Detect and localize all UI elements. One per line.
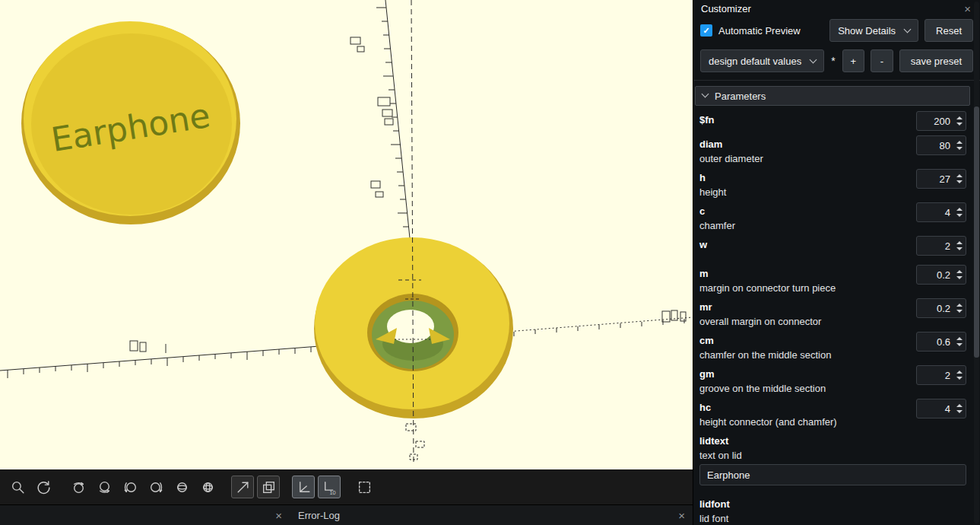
add-preset-button[interactable]: + xyxy=(842,49,865,72)
orthographic-button[interactable] xyxy=(257,476,280,498)
error-log-close-icon[interactable]: × xyxy=(678,510,685,521)
h-spinbox[interactable]: 27 xyxy=(916,169,966,189)
parameters-section-header[interactable]: Parameters xyxy=(695,86,970,106)
m-spinbox[interactable]: 0.2 xyxy=(916,265,966,285)
spin-up-icon[interactable] xyxy=(956,208,963,211)
details-select[interactable]: Show Details xyxy=(829,19,918,42)
reset-view-button[interactable] xyxy=(32,476,55,498)
spin-arrows[interactable] xyxy=(954,174,966,183)
scale-ten-label: 10 xyxy=(329,488,335,495)
spin-value: 4 xyxy=(917,403,954,415)
show-scale-markers-icon: 10 xyxy=(322,479,338,495)
spin-value: 4 xyxy=(917,207,954,218)
orbit-globe-button[interactable] xyxy=(196,476,219,498)
spin-up-icon[interactable] xyxy=(956,404,963,407)
spin-up-icon[interactable] xyxy=(956,337,963,340)
console-pane-header: × xyxy=(0,505,289,525)
show-crosshairs-button[interactable] xyxy=(353,476,376,498)
lid-model: Earphone xyxy=(21,21,240,224)
spin-up-icon[interactable] xyxy=(956,371,963,374)
param-name: c xyxy=(699,205,735,217)
spin-down-icon[interactable] xyxy=(956,377,963,380)
preset-select[interactable]: design default values xyxy=(700,49,824,72)
spin-value: 2 xyxy=(917,240,954,252)
spin-arrows[interactable] xyxy=(954,371,966,380)
orbit-globe-icon xyxy=(200,479,216,495)
spin-arrows[interactable] xyxy=(954,141,966,150)
param-description: margin on connector turn piece xyxy=(699,282,836,294)
param-description: groove on the middle section xyxy=(699,383,826,394)
orbit-right-button[interactable] xyxy=(144,476,167,498)
spin-up-icon[interactable] xyxy=(956,174,963,177)
customizer-scrollbar[interactable] xyxy=(974,2,979,523)
spin-up-icon[interactable] xyxy=(956,141,963,144)
orbit-center-button[interactable] xyxy=(170,476,193,498)
spin-up-icon[interactable] xyxy=(956,241,963,244)
c-spinbox[interactable]: 4 xyxy=(916,202,966,222)
spin-down-icon[interactable] xyxy=(956,214,963,217)
spin-arrows[interactable] xyxy=(954,337,966,346)
remove-preset-button[interactable]: - xyxy=(871,49,893,72)
spin-down-icon[interactable] xyxy=(956,343,963,346)
customizer-close-icon[interactable]: × xyxy=(964,3,971,14)
diam-spinbox[interactable]: 80 xyxy=(916,135,966,155)
spin-arrows[interactable] xyxy=(954,241,966,250)
spin-arrows[interactable] xyxy=(954,304,966,313)
reset-button[interactable]: Reset xyxy=(924,19,973,42)
fn-spinbox[interactable]: 200 xyxy=(916,111,966,131)
show-axes-button[interactable] xyxy=(292,476,315,498)
spin-arrows[interactable] xyxy=(954,404,966,413)
gm-spinbox[interactable]: 2 xyxy=(916,365,966,385)
spin-up-icon[interactable] xyxy=(956,270,963,273)
param-name: lidfont xyxy=(699,498,966,510)
spin-down-icon[interactable] xyxy=(956,147,963,150)
spin-up-icon[interactable] xyxy=(956,116,963,119)
spin-down-icon[interactable] xyxy=(956,180,963,183)
param-row-m: m margin on connector turn piece 0.2 xyxy=(699,268,966,294)
3d-viewport[interactable]: Earphone xyxy=(0,0,693,469)
zoom-button[interactable] xyxy=(6,476,29,498)
param-name: mr xyxy=(699,301,821,313)
spin-down-icon[interactable] xyxy=(956,410,963,413)
automatic-preview-checkbox[interactable]: ✓ xyxy=(700,24,712,37)
z-axis-ruler xyxy=(376,0,413,268)
orbit-left-icon xyxy=(122,479,138,495)
mr-spinbox[interactable]: 0.2 xyxy=(916,298,966,318)
orbit-bottom-button[interactable] xyxy=(93,476,116,498)
spin-arrows[interactable] xyxy=(954,116,966,126)
orbit-right-icon xyxy=(148,479,164,495)
customizer-header: Customizer × xyxy=(693,0,980,15)
spin-up-icon[interactable] xyxy=(956,304,963,307)
param-description: chamfer xyxy=(699,220,735,231)
param-row-cm: cm chamfer on the middle section 0.6 xyxy=(699,335,966,361)
reset-view-icon xyxy=(36,479,52,495)
lidtext-input[interactable] xyxy=(699,464,966,485)
customizer-panel: Customizer × ✓ Automatic Preview Show De… xyxy=(693,0,980,525)
spin-down-icon[interactable] xyxy=(956,247,963,250)
cm-spinbox[interactable]: 0.6 xyxy=(916,332,966,352)
viewport-toolbar: 10 xyxy=(0,469,693,504)
param-row-w: w 2 xyxy=(699,239,966,256)
spin-down-icon[interactable] xyxy=(956,310,963,313)
view-all-button[interactable] xyxy=(231,476,254,498)
param-name: hc xyxy=(699,402,837,413)
spin-down-icon[interactable] xyxy=(956,123,963,126)
spin-arrows[interactable] xyxy=(954,270,966,279)
customizer-title: Customizer xyxy=(701,3,751,14)
param-description: height connector (and chamfer) xyxy=(699,416,837,428)
console-close-icon[interactable]: × xyxy=(275,510,282,521)
show-scale-markers-button[interactable]: 10 xyxy=(318,476,341,498)
scrollbar-thumb[interactable] xyxy=(974,107,979,358)
show-crosshairs-icon xyxy=(357,479,373,495)
spin-down-icon[interactable] xyxy=(956,276,963,279)
chevron-down-icon xyxy=(702,91,709,98)
preset-select-value: design default values xyxy=(709,56,801,67)
save-preset-button[interactable]: save preset xyxy=(899,49,973,72)
orbit-bottom-icon xyxy=(97,479,113,495)
w-spinbox[interactable]: 2 xyxy=(916,236,966,256)
hc-spinbox[interactable]: 4 xyxy=(916,399,966,418)
spin-arrows[interactable] xyxy=(954,208,966,217)
param-row-mr: mr overall margin on connector 0.2 xyxy=(699,301,966,327)
orbit-top-button[interactable] xyxy=(67,476,90,498)
orbit-left-button[interactable] xyxy=(119,476,141,498)
